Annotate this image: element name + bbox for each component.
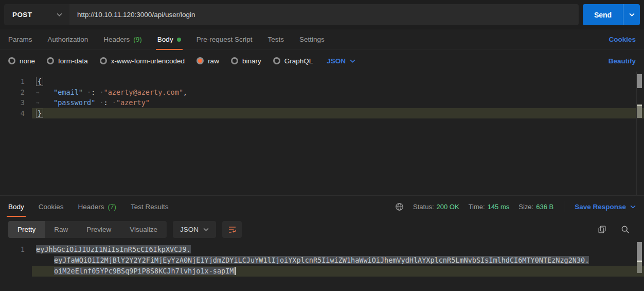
radio-raw-label: raw — [208, 57, 219, 65]
chevron-down-icon — [629, 13, 635, 16]
radio-form-data[interactable]: form-data — [47, 57, 88, 65]
editor-line-4-current: 4 } — [0, 108, 644, 119]
chevron-down-icon — [350, 59, 355, 63]
beautify-link[interactable]: Beautify — [609, 57, 636, 65]
status-value: 200 OK — [437, 203, 459, 211]
tab-tests-label: Tests — [267, 36, 284, 43]
response-tab-body-label: Body — [8, 203, 24, 211]
editor-scrollbar-thumb[interactable] — [637, 74, 642, 88]
status-indicator: Status: 200 OK — [413, 203, 459, 211]
radio-x-www-form-urlencoded[interactable]: x-www-form-urlencoded — [100, 57, 185, 65]
response-language-dropdown[interactable]: JSON — [173, 221, 216, 238]
radio-binary[interactable]: binary — [231, 57, 261, 65]
radio-binary-circle — [231, 57, 238, 64]
json-key-email: "email" — [53, 88, 83, 96]
wrap-lines-button[interactable] — [222, 221, 242, 238]
body-modified-dot — [177, 38, 181, 42]
tab-body-label: Body — [157, 36, 173, 43]
response-toolbar-right — [598, 225, 636, 234]
indent-arrow-icon — [36, 88, 53, 99]
raw-language-dropdown[interactable]: JSON — [327, 57, 355, 65]
response-line-2: eyJfaWQiOiI2MjBlY2Y2Y2FiMjEyYzA0NjE1Yjdm… — [0, 255, 644, 266]
tab-params[interactable]: Params — [8, 29, 32, 50]
view-tab-visualize[interactable]: Visualize — [120, 221, 167, 238]
tab-settings[interactable]: Settings — [299, 29, 325, 50]
editor-line-1: 1 { — [0, 76, 644, 87]
close-brace-token: } — [36, 109, 43, 118]
tab-headers[interactable]: Headers (9) — [103, 29, 142, 50]
cookies-link[interactable]: Cookies — [609, 36, 636, 43]
response-tab-headers[interactable]: Headers (7) — [78, 196, 117, 217]
tab-pre-request-script[interactable]: Pre-request Script — [196, 29, 253, 50]
response-line-number: 1 — [0, 244, 25, 255]
response-line-gutter — [0, 255, 25, 266]
raw-language-label: JSON — [327, 57, 346, 65]
status-label: Status: — [413, 203, 434, 211]
response-tab-test-results[interactable]: Test Results — [131, 196, 169, 217]
response-overview-marker[interactable] — [637, 262, 642, 273]
send-button[interactable]: Send — [583, 4, 623, 25]
response-view-toolbar: Pretty Raw Preview Visualize JSON — [0, 217, 644, 241]
view-tab-pretty[interactable]: Pretty — [8, 221, 45, 238]
save-response-dropdown[interactable]: Save Response — [575, 203, 636, 211]
response-tab-cookies-label: Cookies — [39, 203, 64, 211]
tab-tests[interactable]: Tests — [267, 29, 284, 50]
chevron-down-icon — [203, 228, 209, 231]
response-tab-body[interactable]: Body — [8, 196, 24, 217]
line-number: 1 — [0, 76, 25, 87]
json-key-password: "password" — [53, 98, 95, 107]
editor-scrollbar-track — [636, 72, 637, 195]
radio-urlencoded-label: x-www-form-urlencoded — [111, 57, 185, 65]
size-label: Size: — [518, 203, 533, 211]
search-icon[interactable] — [621, 225, 630, 234]
view-tab-preview-label: Preview — [86, 226, 111, 233]
editor-overview-marker[interactable] — [637, 106, 642, 118]
chevron-down-icon — [630, 205, 636, 209]
jwt-token-part-3: oiM2eElnf05YPc9BSq9PiP8S8KCJh7lvhjo1x-sa… — [54, 267, 234, 275]
time-indicator: Time: 145 ms — [469, 203, 510, 211]
send-button-group: Send — [583, 4, 640, 25]
radio-binary-label: binary — [242, 57, 261, 65]
colon-token: : — [83, 88, 104, 96]
comma-token: , — [183, 88, 187, 96]
headers-count-badge: (9) — [133, 36, 142, 43]
editor-line-2: 2 "email":"azerty@azerty.com", — [0, 87, 644, 98]
method-dropdown[interactable]: POST — [4, 4, 69, 25]
tab-body[interactable]: Body — [157, 29, 181, 50]
view-tab-raw[interactable]: Raw — [45, 221, 77, 238]
radio-graphql[interactable]: GraphQL — [273, 57, 313, 65]
request-body-editor[interactable]: 1 { 2 "email":"azerty@azerty.com", 3 "pa… — [0, 72, 644, 195]
size-indicator: Size: 636 B — [518, 203, 553, 211]
send-options-button[interactable] — [623, 4, 640, 25]
json-value-password: "azerty" — [116, 98, 150, 107]
view-tab-preview[interactable]: Preview — [77, 221, 120, 238]
radio-urlencoded-circle — [100, 57, 107, 64]
view-tab-raw-label: Raw — [54, 226, 68, 233]
time-value: 145 ms — [488, 203, 510, 211]
radio-graphql-label: GraphQL — [284, 57, 313, 65]
response-body-viewer[interactable]: 1 eyJhbGciOiJIUzI1NiIsInR5cCI6IkpXVCJ9. … — [0, 241, 644, 291]
response-scrollbar-thumb[interactable] — [637, 242, 642, 261]
indent-arrow-icon — [36, 98, 53, 109]
open-brace-token: { — [36, 77, 43, 86]
radio-raw[interactable]: raw — [196, 57, 219, 65]
response-tab-cookies[interactable]: Cookies — [39, 196, 64, 217]
globe-icon[interactable] — [395, 202, 404, 211]
response-meta: Status: 200 OK Time: 145 ms Size: 636 B … — [395, 201, 636, 212]
tab-params-label: Params — [8, 36, 32, 43]
line-number: 4 — [0, 108, 25, 119]
url-input[interactable] — [69, 4, 579, 25]
radio-form-data-label: form-data — [58, 57, 88, 65]
jwt-token-part-2: eyJfaWQiOiI2MjBlY2Y2Y2FiMjEyYzA0NjE1Yjdm… — [54, 256, 589, 264]
radio-none[interactable]: none — [8, 57, 35, 65]
view-tab-pretty-label: Pretty — [17, 226, 35, 233]
json-value-email: "azerty@azerty.com" — [104, 88, 183, 96]
tab-authorization[interactable]: Authorization — [48, 29, 88, 50]
radio-raw-circle-selected — [196, 57, 204, 64]
request-url-bar: POST Send — [0, 0, 644, 29]
request-tabs: Params Authorization Headers (9) Body Pr… — [0, 29, 644, 50]
colon-token: : — [95, 98, 116, 107]
chevron-down-icon — [57, 13, 62, 16]
copy-icon[interactable] — [598, 225, 606, 234]
response-line-1: 1 eyJhbGciOiJIUzI1NiIsInR5cCI6IkpXVCJ9. — [0, 244, 644, 255]
